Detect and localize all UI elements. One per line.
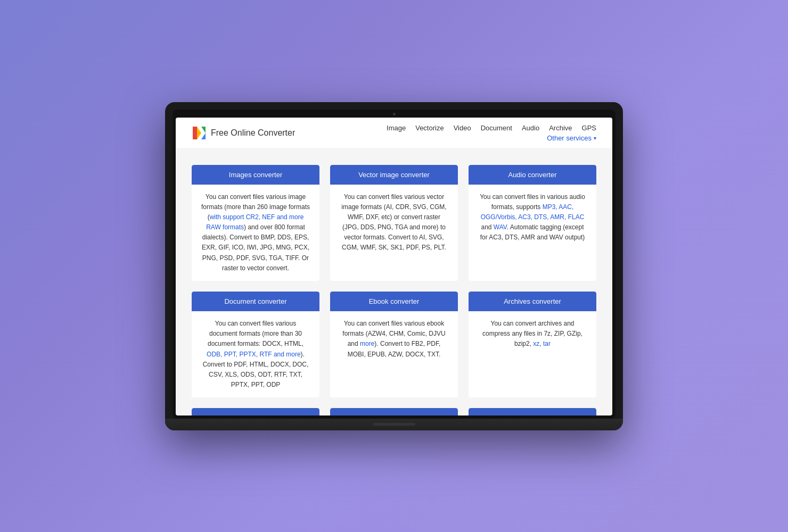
- ebook-more-link[interactable]: more: [360, 340, 374, 347]
- site-header: Free Online Converter Image Vectorize Vi…: [176, 118, 612, 149]
- xz-link[interactable]: xz: [533, 340, 539, 347]
- screen-bezel: Free Online Converter Image Vectorize Vi…: [173, 110, 615, 419]
- ebook-converter-body: You can convert files various ebook form…: [330, 311, 458, 367]
- other-services-label: Other services: [547, 134, 592, 142]
- camera: [393, 113, 396, 115]
- card-archives-converter: Archives converter You can convert archi…: [469, 292, 596, 397]
- card-audio-converter: Audio converter You can convert files in…: [469, 165, 596, 281]
- wav-link[interactable]: WAV: [494, 223, 507, 231]
- laptop-bottom: [165, 419, 623, 430]
- gps-converter-button[interactable]: Converter GPS-track: [192, 408, 319, 415]
- vector-converter-body: You can convert files various vector ima…: [330, 185, 458, 261]
- card-gps-converter: Converter GPS-track Online GPS-track con…: [192, 408, 319, 415]
- nav-top: Image Vectorize Video Document Audio Arc…: [387, 124, 596, 132]
- card-vector-converter: Vector image converter You can convert f…: [330, 165, 458, 281]
- nav-video[interactable]: Video: [454, 124, 471, 132]
- card-images-converter: Images converter You can convert files v…: [192, 165, 319, 281]
- document-converter-button[interactable]: Document converter: [192, 292, 319, 311]
- nav-image[interactable]: Image: [387, 124, 406, 132]
- card-document-converter: Document converter You can convert files…: [192, 292, 319, 397]
- audio-converter-button[interactable]: Audio converter: [469, 165, 596, 185]
- screen: Free Online Converter Image Vectorize Vi…: [176, 118, 612, 415]
- card-video-converter: Video converter You can convert files va…: [330, 408, 458, 415]
- logo-text: Free Online Converter: [211, 128, 295, 138]
- logo-icon: [192, 126, 207, 140]
- audio-converter-body: You can convert files in various audio f…: [469, 185, 596, 251]
- svg-marker-0: [193, 127, 197, 139]
- nav-audio[interactable]: Audio: [522, 124, 539, 132]
- nav-vectorize[interactable]: Vectorize: [415, 124, 444, 132]
- nav-document[interactable]: Document: [481, 124, 512, 132]
- card-gif-converter: Create GIF-animation Create animated GIF…: [469, 408, 596, 415]
- laptop-frame: Free Online Converter Image Vectorize Vi…: [165, 102, 623, 430]
- card-ebook-converter: Ebook converter You can convert files va…: [330, 292, 458, 397]
- raw-formats-link[interactable]: with support CR2, NEF and more RAW forma…: [206, 213, 303, 231]
- gif-converter-button[interactable]: Create GIF-animation: [469, 408, 596, 415]
- doc-formats-link[interactable]: ODB, PPT, PPTX, RTF and more: [207, 351, 301, 358]
- nav-area: Image Vectorize Video Document Audio Arc…: [387, 124, 596, 142]
- archives-converter-body: You can convert archives and compress an…: [469, 311, 596, 357]
- logo-area: Free Online Converter: [192, 126, 295, 140]
- document-converter-body: You can convert files various document f…: [192, 311, 319, 397]
- svg-marker-1: [197, 127, 201, 139]
- other-services-dropdown[interactable]: Other services ▾: [547, 134, 596, 142]
- nav-gps[interactable]: GPS: [582, 124, 596, 132]
- chevron-down-icon: ▾: [594, 135, 596, 141]
- archives-converter-button[interactable]: Archives converter: [469, 292, 596, 311]
- svg-marker-3: [201, 133, 206, 139]
- svg-marker-2: [201, 127, 206, 133]
- vector-converter-button[interactable]: Vector image converter: [330, 165, 458, 185]
- ebook-converter-button[interactable]: Ebook converter: [330, 292, 458, 311]
- video-converter-button[interactable]: Video converter: [330, 408, 458, 415]
- tar-link[interactable]: tar: [543, 340, 551, 347]
- audio-formats-link[interactable]: MP3, AAC, OGG/Vorbis, AC3, DTS, AMR, FLA…: [481, 203, 585, 221]
- main-content: Images converter You can convert files v…: [176, 149, 612, 415]
- images-converter-button[interactable]: Images converter: [192, 165, 319, 185]
- converters-grid: Images converter You can convert files v…: [192, 165, 596, 415]
- laptop-notch: [373, 423, 415, 426]
- images-converter-body: You can convert files various image form…: [192, 185, 319, 281]
- nav-archive[interactable]: Archive: [549, 124, 572, 132]
